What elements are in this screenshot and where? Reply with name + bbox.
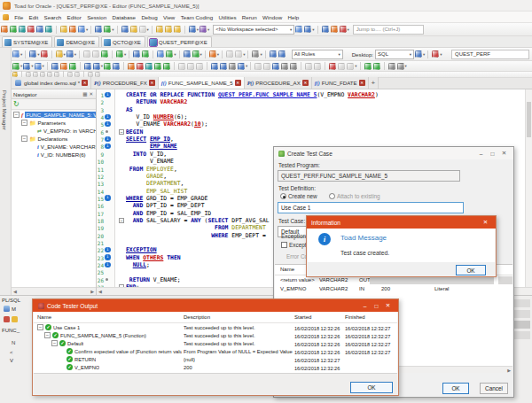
minimize-icon[interactable]: – <box>359 303 371 309</box>
close-icon[interactable]: ✕ <box>88 91 94 97</box>
menu-session[interactable]: Session <box>84 14 109 20</box>
menu-edit[interactable]: Edit <box>26 14 41 20</box>
toolbar-icon[interactable] <box>226 50 233 58</box>
expand-icon[interactable]: − <box>37 324 43 330</box>
new-tab-button[interactable]: + <box>369 77 379 89</box>
toolbar-icon[interactable] <box>66 50 74 58</box>
schema-box[interactable]: QUEST_PERF <box>451 50 529 59</box>
dropdown-arrow-icon[interactable]: ▾ <box>31 64 33 68</box>
toolbar-icon[interactable] <box>415 50 422 58</box>
messages-tab[interactable]: M <box>3 306 16 312</box>
editor-tab-procedure-fx[interactable]: P()PROCEDURE_FX✕ <box>91 77 159 89</box>
toolbar-icon[interactable] <box>432 50 439 58</box>
toolbar-icon[interactable] <box>304 26 311 33</box>
info-marker-icon[interactable]: i <box>105 143 111 150</box>
menu-editor[interactable]: Editor <box>64 14 84 20</box>
info-marker-icon[interactable]: i <box>105 262 111 268</box>
menu-utilities[interactable]: Utilities <box>215 14 239 20</box>
menu-search[interactable]: Search <box>41 14 64 20</box>
desktop-combo[interactable]: SQL▾ <box>375 50 414 59</box>
information-titlebar[interactable]: Information ✕ <box>307 216 496 229</box>
close-tab-icon[interactable]: ✕ <box>82 80 88 86</box>
toolbar-icon[interactable] <box>295 26 302 33</box>
dropdown-arrow-icon[interactable]: ▾ <box>246 64 247 68</box>
ok-button[interactable]: OK <box>442 383 469 394</box>
toolbar-icon[interactable] <box>373 63 380 70</box>
toolbar-icon[interactable] <box>84 63 91 70</box>
ok-button[interactable]: OK <box>350 382 393 393</box>
toolbar-icon[interactable] <box>397 63 404 70</box>
close-tab-icon[interactable]: ✕ <box>302 80 309 86</box>
toolbar-icon[interactable] <box>137 63 144 70</box>
ct-row-func-sample-name-5-function-[interactable]: −✓FUNC_SAMPLE_NAME_5 (Function) <box>44 332 182 338</box>
info-marker-icon[interactable]: i <box>105 114 111 120</box>
toolbar-icon[interactable] <box>270 50 277 58</box>
toolbar-icon[interactable] <box>60 63 67 70</box>
dropdown-arrow-icon[interactable]: ▾ <box>147 27 149 32</box>
toolbar-icon[interactable] <box>290 63 297 70</box>
expand-icon[interactable]: − <box>21 120 27 126</box>
menu-view[interactable]: View <box>160 14 178 20</box>
toolbar-icon[interactable] <box>254 63 262 70</box>
toolbar-icon[interactable] <box>133 50 140 58</box>
toolbar-icon[interactable] <box>166 50 173 58</box>
toolbar-icon[interactable] <box>10 26 17 33</box>
toolbar-icon[interactable] <box>220 63 227 70</box>
toolbar-icon[interactable] <box>29 50 36 58</box>
toolbar-icon[interactable] <box>331 26 338 33</box>
fold-icon[interactable]: − <box>119 129 124 135</box>
close-icon[interactable]: ✕ <box>480 219 491 226</box>
toolbar-icon[interactable] <box>305 63 312 70</box>
dropdown-arrow-icon[interactable]: ▾ <box>64 52 66 57</box>
dropdown-arrow-icon[interactable]: ▾ <box>405 64 407 68</box>
toolbar-icon[interactable] <box>101 50 108 58</box>
toolbar-icon[interactable] <box>36 26 43 33</box>
dropdown-arrow-icon[interactable]: ▾ <box>200 52 202 57</box>
toolbar-icon[interactable] <box>192 50 200 58</box>
toolbar-icon[interactable] <box>1 26 8 33</box>
menu-debug[interactable]: Debug <box>138 14 160 20</box>
code-tester-titlebar[interactable]: Code Tester Output – □ ✕ <box>33 299 398 312</box>
toolbar-icon[interactable] <box>116 50 123 58</box>
toolbar-icon[interactable] <box>229 63 236 70</box>
toolbar-icon[interactable] <box>178 63 185 70</box>
dropdown-arrow-icon[interactable]: ▾ <box>243 52 245 57</box>
toolbar-icon[interactable] <box>329 63 336 70</box>
toolbar-icon[interactable] <box>19 26 26 33</box>
dropdown-arrow-icon[interactable]: ▾ <box>112 27 113 32</box>
jump-to-input[interactable]: Jump to.... (Ctrl+J) <box>353 25 424 35</box>
toolbar-icon[interactable] <box>12 63 20 70</box>
info-marker-icon[interactable]: i <box>105 195 111 201</box>
toolbar-icon[interactable] <box>314 63 321 70</box>
toolbar-icon[interactable] <box>12 50 20 58</box>
info-marker-icon[interactable]: i <box>105 121 111 128</box>
attach-existing-radio[interactable]: Attach to existing <box>329 193 380 199</box>
ct-row-confirm-expected-value-of-func[interactable]: ✓Confirm expected value of [Function ret… <box>59 348 182 354</box>
dropdown-arrow-icon[interactable]: ▾ <box>440 52 442 57</box>
editor-tab-func-sample-name-5[interactable]: f()FUNC_SAMPLE_NAME_5✕ <box>159 77 245 89</box>
navigator-hscrollbar[interactable]: ◀▶ <box>12 287 96 295</box>
dropdown-arrow-icon[interactable]: ▾ <box>20 52 22 57</box>
close-icon[interactable]: ✕ <box>498 150 510 157</box>
ct-row-return[interactable]: ✓RETURN <box>59 356 182 362</box>
menu-rerun[interactable]: Rerun <box>239 14 260 20</box>
toolbar-icon[interactable] <box>51 63 59 70</box>
refresh-icon[interactable]: ↻ <box>13 100 20 108</box>
toolbar-icon[interactable] <box>69 63 76 70</box>
use-case-input[interactable]: Use Case 1 <box>278 202 464 213</box>
toolbar-icon[interactable] <box>83 50 90 58</box>
toolbar-icon[interactable] <box>263 63 270 70</box>
toolbar-icon[interactable] <box>41 50 48 58</box>
toolbar-icon[interactable] <box>184 50 191 58</box>
info-marker-icon[interactable]: i <box>105 254 111 260</box>
fold-icon[interactable]: − <box>119 218 124 223</box>
expand-icon[interactable]: − <box>21 136 27 142</box>
toolbar-icon[interactable] <box>189 26 196 33</box>
toolbar-icon[interactable] <box>209 50 216 58</box>
toolbar-icon[interactable] <box>347 63 354 70</box>
toolbar-icon[interactable] <box>130 26 137 33</box>
menu-window[interactable]: Window <box>260 14 285 20</box>
dropdown-arrow-icon[interactable]: ▾ <box>217 52 219 57</box>
info-marker-icon[interactable]: i <box>105 136 111 143</box>
dropdown-arrow-icon[interactable]: ▾ <box>423 52 425 57</box>
